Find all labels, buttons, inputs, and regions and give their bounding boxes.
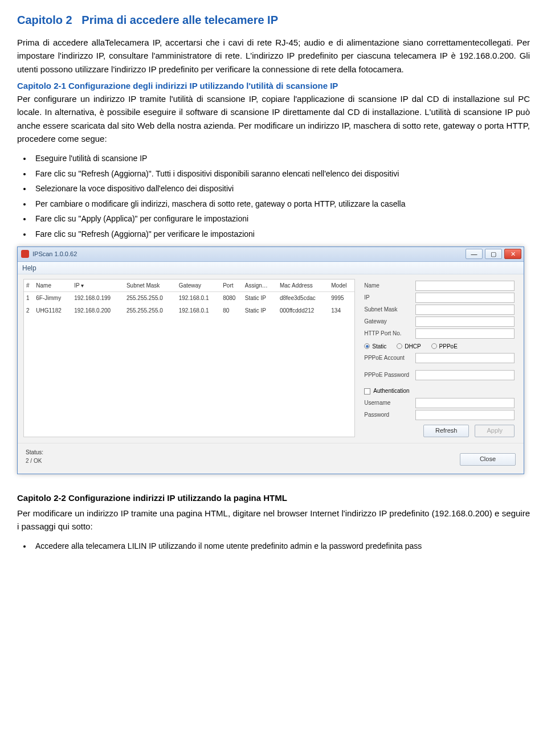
ipscan-window: IPScan 1.0.0.62 — ▢ ✕ Help # Name IP ▾ S… xyxy=(17,246,524,474)
sub-chapter-2-text: Per modificare un indirizzo IP tramite u… xyxy=(17,507,530,533)
input-password[interactable] xyxy=(415,410,515,420)
table-row[interactable]: 2 UHG1182 192.168.0.200 255.255.255.0 19… xyxy=(24,305,354,317)
input-http[interactable] xyxy=(415,328,515,339)
table-row[interactable]: 1 6F-Jimmy 192.168.0.199 255.255.255.0 1… xyxy=(24,292,354,305)
col-name[interactable]: Name xyxy=(34,280,72,292)
status-area: Status: 2 / OK xyxy=(26,448,43,466)
menubar: Help xyxy=(18,262,524,274)
window-maximize-button[interactable]: ▢ xyxy=(485,249,502,259)
sub-chapter-1-title: Capitolo 2-1 Configurazione degli indiri… xyxy=(17,81,338,91)
col-mask[interactable]: Subnet Mask xyxy=(124,280,177,292)
sort-down-icon: ▾ xyxy=(81,282,84,289)
chapter-title: Capitolo 2 Prima di accedere alle teleca… xyxy=(17,11,530,29)
input-username[interactable] xyxy=(415,398,515,408)
bullet-item: Accedere alla telecamera LILIN IP utiliz… xyxy=(32,539,530,554)
sub-chapter-2-title: Capitolo 2-2 Configurazione indirizzi IP… xyxy=(17,491,530,504)
status-value: 2 / OK xyxy=(26,457,43,466)
input-pppoe-account[interactable] xyxy=(415,353,515,363)
col-model[interactable]: Model xyxy=(329,280,354,292)
close-button[interactable]: Close xyxy=(460,453,516,466)
chapter-paragraph-1: Prima di accedere allaTelecamera IP, acc… xyxy=(17,36,530,76)
input-mask[interactable] xyxy=(415,305,515,315)
col-port[interactable]: Port xyxy=(221,280,243,292)
window-minimize-button[interactable]: — xyxy=(466,249,483,259)
status-label: Status: xyxy=(26,448,43,457)
radio-dhcp[interactable]: DHCP xyxy=(397,342,421,351)
refresh-button[interactable]: Refresh xyxy=(423,425,470,437)
label-http: HTTP Port No. xyxy=(364,329,415,338)
properties-pane: Name IP Subnet Mask Gateway HTTP Port No… xyxy=(361,279,518,437)
window-titlebar: IPScan 1.0.0.62 — ▢ ✕ xyxy=(18,247,524,262)
label-mask: Subnet Mask xyxy=(364,305,415,314)
col-mac[interactable]: Mac Address xyxy=(277,280,329,292)
col-num[interactable]: # xyxy=(24,280,34,292)
auth-checkbox[interactable]: Authentication xyxy=(364,387,515,396)
bullet-list-2: Accedere alla telecamera LILIN IP utiliz… xyxy=(17,539,530,554)
input-ip[interactable] xyxy=(415,293,515,303)
app-icon xyxy=(21,250,29,258)
label-username: Username xyxy=(364,398,415,408)
bullet-item: Fare clic su "Apply (Applica)" per confi… xyxy=(32,211,530,227)
sub-chapter-1: Capitolo 2-1 Configurazione degli indiri… xyxy=(17,79,530,145)
sub-chapter-1-text: Per configurare un indirizzo IP tramite … xyxy=(17,94,530,143)
bullet-item: Eseguire l'utilità di scansione IP xyxy=(32,151,530,166)
input-name[interactable] xyxy=(415,281,515,291)
col-ip[interactable]: IP ▾ xyxy=(72,280,124,292)
col-assign[interactable]: Assign… xyxy=(243,280,277,292)
bullet-item: Fare clic su "Refresh (Aggiorna)". Tutti… xyxy=(32,166,530,182)
apply-button[interactable]: Apply xyxy=(475,425,515,437)
label-ip: IP xyxy=(364,293,415,302)
bullet-item: Fare clic su "Refresh (Aggiorna)" per ve… xyxy=(32,227,530,242)
assign-mode-radios: Static DHCP PPPoE xyxy=(364,342,515,351)
label-password: Password xyxy=(364,410,415,420)
bullet-list-1: Eseguire l'utilità di scansione IP Fare … xyxy=(17,151,530,242)
device-table-pane: # Name IP ▾ Subnet Mask Gateway Port Ass… xyxy=(23,279,355,437)
label-pppoe-account: PPPoE Account xyxy=(364,354,415,363)
label-name: Name xyxy=(364,281,415,290)
label-gw: Gateway xyxy=(364,317,415,326)
window-title: IPScan 1.0.0.62 xyxy=(32,249,77,259)
col-gw[interactable]: Gateway xyxy=(177,280,221,292)
menu-help[interactable]: Help xyxy=(22,264,36,272)
input-pppoe-password[interactable] xyxy=(415,370,515,380)
bullet-item: Selezionare la voce dispositivo dall'ele… xyxy=(32,181,530,196)
input-gw[interactable] xyxy=(415,317,515,327)
label-pppoe-password: PPPoE Password xyxy=(364,371,415,380)
bullet-item: Per cambiare o modificare gli indirizzi,… xyxy=(32,196,530,212)
window-close-button[interactable]: ✕ xyxy=(504,249,521,259)
radio-static[interactable]: Static xyxy=(364,342,386,351)
device-table: # Name IP ▾ Subnet Mask Gateway Port Ass… xyxy=(24,280,354,317)
radio-pppoe[interactable]: PPPoE xyxy=(431,342,458,351)
